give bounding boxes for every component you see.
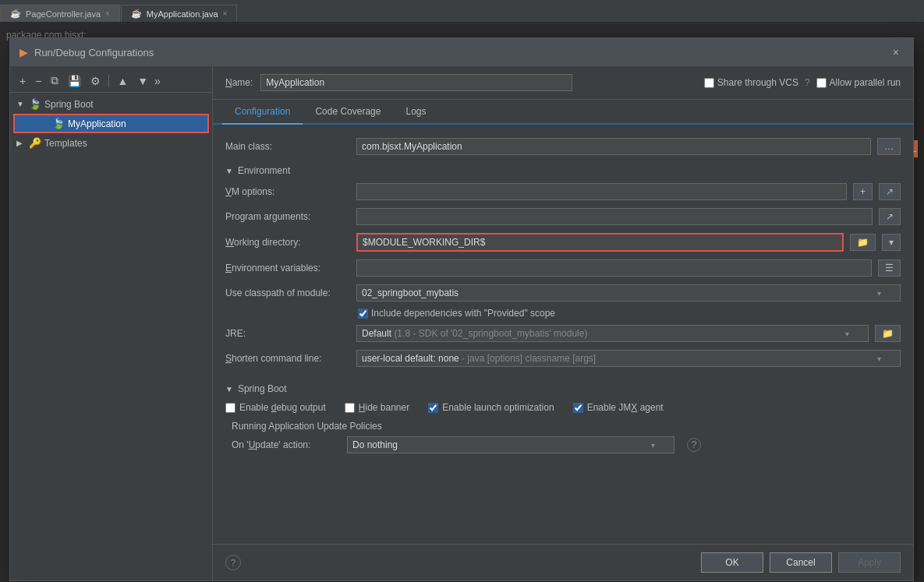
apply-button[interactable]: Apply [838,552,901,573]
jre-default-text: Default [362,328,391,339]
allow-parallel-text: Allow parallel run [830,77,901,88]
tree-item-templates[interactable]: ▶ 🔑 Templates [10,135,212,151]
environment-section-header: ▼ Environment [225,159,901,179]
allow-parallel-checkbox[interactable] [816,78,827,88]
include-deps-text: Include dependencies with "Provided" sco… [371,308,555,319]
program-args-open[interactable]: ↗ [879,208,901,225]
dialog-close-button[interactable]: × [888,44,904,60]
program-args-label: Program arguments: [225,211,350,222]
include-deps-label[interactable]: Include dependencies with "Provided" sco… [358,308,555,319]
dialog-footer: ? OK Cancel Apply [213,544,913,580]
program-args-input[interactable] [356,208,873,225]
enable-jmx-label[interactable]: Enable JMX agent [573,402,664,413]
hide-banner-label[interactable]: Hide banner [345,402,409,413]
name-input[interactable] [260,74,572,91]
bg-tab-pagecontroller[interactable]: ☕ PageController.java × [0,5,120,22]
env-vars-label: Environment variables: [225,263,350,273]
tree-item-springboot[interactable]: ▼ 🍃 Spring Boot [10,96,212,112]
classpath-dropdown-arrow: ▾ [877,289,881,298]
close-tab-myapplication[interactable]: × [223,9,228,18]
share-help-icon[interactable]: ? [805,77,810,88]
share-through-vcs-label[interactable]: Share through VCS [704,77,798,88]
env-vars-row: Environment variables: ☰ [225,256,901,280]
jre-browse-button[interactable]: 📁 [875,325,901,342]
add-config-button[interactable]: + [16,73,29,89]
tree-item-myapplication[interactable]: 🍃 MyApplication [15,115,207,132]
java-icon-pagecontroller: ☕ [10,9,21,19]
hide-banner-checkbox[interactable] [345,403,355,413]
name-row: Name: Share through VCS ? Allow parallel… [213,66,913,100]
copy-config-button[interactable]: ⧉ [48,72,62,89]
config-content: Main class: … ▼ Environment VM options: [213,125,913,544]
vm-options-open[interactable]: ↗ [879,183,901,200]
templates-icon: 🔑 [29,137,41,149]
java-icon-myapplication: ☕ [131,9,142,19]
classpath-value: 02_springboot_mybatis [362,287,458,298]
enable-debug-text: Enable debug output [239,402,326,413]
jre-dropdown-arrow: ▾ [845,330,849,338]
settings-config-button[interactable]: ⚙ [87,73,104,89]
bg-tab-myapplication[interactable]: ☕ MyApplication.java × [121,5,238,22]
update-policies-label: Running Application Update Policies [232,421,382,432]
enable-debug-checkbox[interactable] [225,403,235,413]
working-dir-dropdown[interactable]: ▾ [882,234,901,251]
include-deps-checkbox[interactable] [358,309,368,319]
vm-options-expand[interactable]: + [853,183,873,200]
myapplication-icon: 🍃 [52,118,65,129]
classpath-dropdown[interactable]: 02_springboot_mybatis ▾ [356,284,901,302]
spring-boot-arrow[interactable]: ▼ [225,385,233,393]
vm-options-input[interactable] [356,183,847,200]
move-up-button[interactable]: ▲ [114,73,131,89]
tab-logs[interactable]: Logs [393,100,438,125]
enable-launch-label[interactable]: Enable launch optimization [428,402,554,413]
shorten-dropdown[interactable]: user-local default: none - java [options… [356,350,901,367]
share-through-vcs-checkbox[interactable] [704,78,714,88]
bg-tab-myapplication-label: MyApplication.java [147,9,218,19]
toolbar-more[interactable]: » [154,75,161,87]
bg-tab-pagecontroller-label: PageController.java [26,9,101,19]
main-class-browse-button[interactable]: … [877,138,901,155]
jre-dropdown[interactable]: Default (1.8 - SDK of '02_springboot_myb… [356,325,869,342]
program-args-row: Program arguments: ↗ [225,204,901,229]
tab-code-coverage[interactable]: Code Coverage [303,100,393,125]
enable-jmx-text: Enable JMX agent [587,402,664,413]
env-vars-edit[interactable]: ☰ [878,259,901,277]
environment-label: Environment [238,165,290,176]
classpath-label: Use classpath of module: [225,287,350,298]
remove-config-button[interactable]: − [32,73,44,89]
jre-label: JRE: [225,328,350,339]
enable-launch-checkbox[interactable] [428,403,438,413]
working-dir-input[interactable] [356,233,844,252]
dialog-title-text: Run/Debug Configurations [34,47,154,58]
tab-configuration[interactable]: Configuration [222,100,303,125]
cancel-button[interactable]: Cancel [770,552,832,573]
springboot-checkboxes: Enable debug output Hide banner Enable l… [225,397,901,418]
main-class-row: Main class: … [225,134,901,159]
name-label: Name: [225,77,253,88]
enable-jmx-checkbox[interactable] [573,403,583,413]
help-button[interactable]: ? [225,555,241,570]
working-dir-browse[interactable]: 📁 [850,234,876,251]
update-policies: Running Application Update Policies On '… [225,418,901,461]
jre-row: JRE: Default (1.8 - SDK of '02_springboo… [225,321,901,346]
templates-arrow: ▶ [16,139,26,147]
on-update-value: Do nothing [352,439,398,450]
environment-arrow[interactable]: ▼ [225,167,233,175]
ok-button[interactable]: OK [701,552,763,573]
allow-parallel-label[interactable]: Allow parallel run [816,77,901,88]
save-config-button[interactable]: 💾 [65,73,84,89]
close-tab-pagecontroller[interactable]: × [105,9,110,18]
springboot-label: Spring Boot [44,99,94,110]
main-class-input[interactable] [356,138,871,155]
main-class-label: Main class: [225,141,350,152]
shorten-label: Shorten command line: [225,353,350,364]
move-down-button[interactable]: ▼ [134,73,151,89]
on-update-help-icon[interactable]: ? [687,438,701,452]
spring-boot-section-label: Spring Boot [238,383,287,394]
enable-debug-label[interactable]: Enable debug output [225,402,326,413]
env-vars-input[interactable] [356,259,872,277]
on-update-dropdown[interactable]: Do nothing ▾ [347,436,674,453]
springboot-arrow: ▼ [16,100,26,108]
name-right: Share through VCS ? Allow parallel run [704,77,901,88]
toolbar-separator [108,75,109,87]
